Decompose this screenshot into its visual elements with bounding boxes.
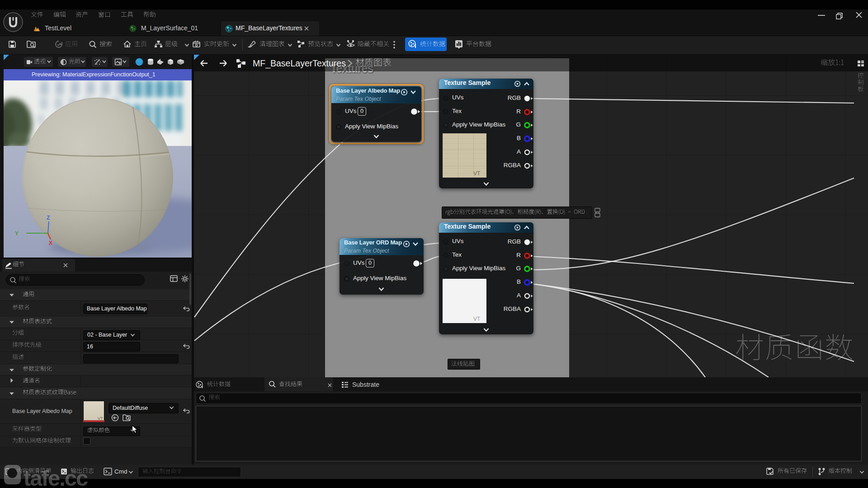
svg-text:Z: Z (47, 215, 50, 221)
svg-text:Y: Y (15, 230, 19, 237)
svg-text:X: X (49, 240, 52, 246)
